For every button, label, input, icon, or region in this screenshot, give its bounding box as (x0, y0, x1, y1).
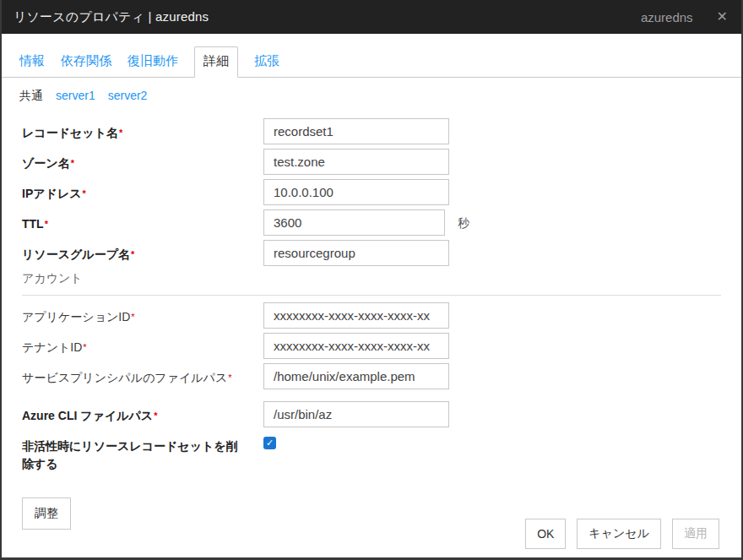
field-row-resource-group: リソースグループ名* (22, 240, 721, 266)
application-id-label: アプリケーションID* (22, 302, 263, 326)
ttl-unit-label: 秒 (458, 209, 469, 231)
ttl-input[interactable] (263, 209, 445, 236)
ok-button[interactable]: OK (525, 519, 566, 549)
tab-extension[interactable]: 拡張 (254, 47, 279, 77)
tenant-id-input[interactable] (263, 333, 449, 359)
field-row-delete-recordset: 非活性時にリソースレコードセットを削除する ✓ (22, 432, 721, 473)
tune-button[interactable]: 調整 (22, 497, 71, 530)
required-mark: * (119, 128, 122, 138)
ttl-label: TTL* (22, 209, 263, 233)
field-row-ttl: TTL* 秒 (22, 209, 721, 236)
field-row-zone-name: ゾーン名* (22, 149, 721, 175)
resource-properties-dialog: リソースのプロパティ | azuredns azuredns ✕ 情報 依存関係… (0, 0, 743, 560)
service-principal-path-label: サービスプリンシパルのファイルパス* (22, 363, 263, 387)
field-row-ip-address: IPアドレス* (22, 179, 721, 205)
ip-address-label: IPアドレス* (22, 179, 263, 203)
required-mark: * (71, 158, 74, 168)
field-row-tenant-id: テナントID* (22, 333, 721, 359)
account-section-title: アカウント (22, 271, 721, 296)
field-row-recordset-name: レコードセット名* (22, 118, 721, 144)
server-nav-server1[interactable]: server1 (56, 89, 95, 104)
tab-recovery-operation[interactable]: 復旧動作 (127, 47, 178, 77)
tab-info[interactable]: 情報 (19, 47, 45, 77)
azure-cli-path-label: Azure CLI ファイルパス* (22, 401, 263, 425)
field-row-application-id: アプリケーションID* (22, 302, 721, 329)
required-mark: * (83, 342, 86, 352)
required-mark: * (45, 219, 48, 229)
recordset-name-label: レコードセット名* (22, 118, 263, 142)
application-id-input[interactable] (263, 302, 449, 329)
recordset-name-input[interactable] (263, 118, 449, 144)
dialog-title: リソースのプロパティ | azuredns (14, 9, 641, 25)
check-icon: ✓ (266, 438, 274, 448)
required-mark: * (154, 410, 157, 421)
resource-group-label: リソースグループ名* (22, 240, 263, 264)
field-row-azure-cli-path: Azure CLI ファイルパス* (22, 401, 721, 427)
azure-cli-path-input[interactable] (263, 401, 449, 427)
required-mark: * (228, 372, 231, 383)
delete-recordset-label: 非活性時にリソースレコードセットを削除する (22, 432, 263, 473)
details-form: レコードセット名* ゾーン名* IPアドレス* TTL* 秒 リソースグループ名… (2, 104, 741, 473)
cancel-button[interactable]: キャンセル (577, 519, 661, 549)
server-nav: 共通 server1 server2 (2, 78, 741, 104)
zone-name-label: ゾーン名* (22, 149, 263, 172)
server-nav-server2[interactable]: server2 (108, 89, 148, 104)
required-mark: * (83, 188, 86, 198)
delete-recordset-checkbox[interactable]: ✓ (263, 437, 276, 449)
field-row-service-principal-path: サービスプリンシパルのファイルパス* (22, 363, 721, 389)
tab-details[interactable]: 詳細 (194, 46, 238, 78)
title-bar: リソースのプロパティ | azuredns azuredns ✕ (2, 0, 741, 34)
tab-strip: 情報 依存関係 復旧動作 詳細 拡張 (2, 46, 741, 78)
server-nav-common[interactable]: 共通 (19, 89, 43, 104)
required-mark: * (131, 312, 134, 322)
service-principal-path-input[interactable] (263, 363, 449, 389)
zone-name-input[interactable] (263, 149, 449, 175)
tenant-id-label: テナントID* (22, 333, 263, 356)
footer-button-bar: OK キャンセル 適用 (525, 519, 719, 549)
ip-address-input[interactable] (263, 179, 449, 205)
tab-dependency[interactable]: 依存関係 (61, 47, 111, 77)
apply-button[interactable]: 適用 (672, 519, 719, 549)
close-icon[interactable]: ✕ (717, 10, 728, 24)
required-mark: * (131, 249, 134, 259)
resource-group-input[interactable] (263, 240, 449, 266)
resource-name-badge: azuredns (641, 10, 693, 24)
